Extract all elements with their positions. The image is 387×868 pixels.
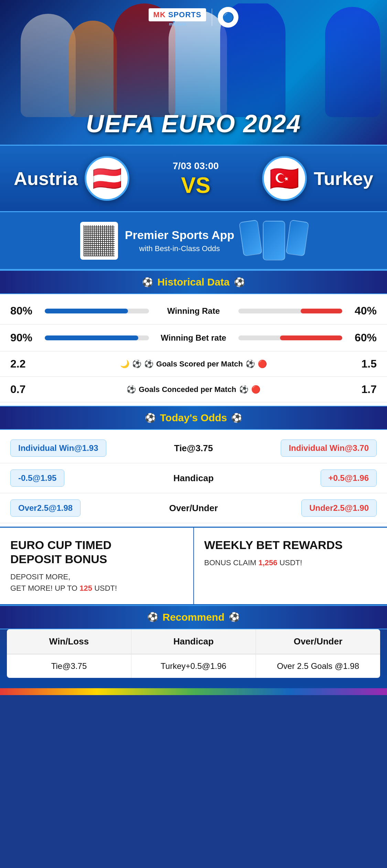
odds-left-1[interactable]: -0.5@1.95 bbox=[10, 469, 156, 487]
odds-center-1: Handicap bbox=[159, 473, 228, 484]
stat-row-bet-rate: 90% Winning Bet rate 60% bbox=[0, 324, 387, 351]
rec-col-overunder: Over/Under bbox=[256, 629, 380, 654]
brand-logo: MK SPORTS mk.com 🔵 bbox=[149, 7, 239, 28]
stat-label-1: Winning Bet rate bbox=[152, 333, 235, 343]
bonus-left-title: EURO CUP TIMEDDEPOSIT BONUS bbox=[10, 538, 183, 566]
hero-title: UEFA EURO 2024 bbox=[86, 110, 301, 138]
goals-scored-left: 2.2 bbox=[10, 358, 34, 370]
vs-block: 7/03 03:00 VS bbox=[173, 161, 219, 196]
goals-conceded-center: ⚽ Goals Conceded per Match ⚽ 🔴 bbox=[38, 385, 349, 394]
phone-mockup bbox=[241, 221, 307, 260]
team-left-flag: 🇦🇹 bbox=[85, 156, 129, 201]
odds-pill-left-1[interactable]: -0.5@1.95 bbox=[10, 469, 64, 487]
rec-soccer-icon-right: ⚽ bbox=[229, 612, 240, 622]
bonus-deposit: EURO CUP TIMEDDEPOSIT BONUS DEPOSIT MORE… bbox=[0, 528, 194, 604]
phone-1 bbox=[239, 220, 262, 257]
bonus-left-desc: DEPOSIT MORE, GET MORE! UP TO 125 USDT! bbox=[10, 571, 183, 594]
odds-title: Today's Odds bbox=[160, 412, 227, 424]
match-date: 7/03 03:00 bbox=[173, 161, 219, 172]
odds-pill-right-1[interactable]: +0.5@1.96 bbox=[321, 469, 377, 487]
odds-right-2[interactable]: Under2.5@1.90 bbox=[232, 499, 377, 517]
goals-conceded-label: Goals Conceded per Match bbox=[139, 385, 236, 394]
rec-cell-winloss: Tie@3.75 bbox=[7, 654, 131, 678]
stat-right-val-1: 60% bbox=[346, 331, 377, 344]
odds-row-1: -0.5@1.95 Handicap +0.5@1.96 bbox=[0, 463, 387, 493]
qr-pattern bbox=[84, 225, 115, 256]
ball-icon-5: ⚽ bbox=[239, 385, 248, 394]
goals-scored-label: Goals Scored per Match bbox=[156, 360, 243, 369]
bonus-amount: 125 bbox=[79, 584, 92, 592]
phone-2 bbox=[263, 221, 285, 260]
bonus-section: EURO CUP TIMEDDEPOSIT BONUS DEPOSIT MORE… bbox=[0, 527, 387, 605]
stat-left-val-1: 90% bbox=[10, 331, 41, 344]
odds-pill-right-2[interactable]: Under2.5@1.90 bbox=[301, 499, 377, 517]
stats-section: 80% Winning Rate 40% 90% Winning Bet rat… bbox=[0, 294, 387, 406]
bottom-color-bar bbox=[0, 688, 387, 695]
stat-bar-fill-0 bbox=[45, 309, 128, 313]
goals-conceded-right: 1.7 bbox=[353, 383, 377, 396]
stat-bar-right-1 bbox=[238, 335, 343, 340]
odds-right-0[interactable]: Individual Win@3.70 bbox=[232, 440, 377, 457]
odds-right-1[interactable]: +0.5@1.96 bbox=[232, 469, 377, 487]
promo-title: Premier Sports App bbox=[125, 228, 234, 242]
odds-left-2[interactable]: Over2.5@1.98 bbox=[10, 499, 156, 517]
phone-3 bbox=[286, 220, 309, 257]
rec-header-row: Win/Loss Handicap Over/Under bbox=[7, 629, 380, 654]
team-right-flag: 🇹🇷 bbox=[262, 156, 307, 201]
odds-center-2: Over/Under bbox=[159, 503, 228, 514]
stat-bar-fill-right-0 bbox=[301, 309, 342, 313]
bonus-right-title: WEEKLY BET REWARDS bbox=[204, 538, 377, 552]
goals-scored-center: 🌙 ⚽ ⚽ Goals Scored per Match ⚽ 🔴 bbox=[38, 360, 349, 369]
historical-title: Historical Data bbox=[157, 276, 229, 288]
goals-scored-row: 2.2 🌙 ⚽ ⚽ Goals Scored per Match ⚽ 🔴 1.5 bbox=[0, 351, 387, 377]
vs-text: VS bbox=[173, 174, 219, 196]
rec-cell-handicap: Turkey+0.5@1.96 bbox=[131, 654, 256, 678]
rec-col-winloss: Win/Loss bbox=[7, 629, 131, 654]
rec-cell-overunder: Over 2.5 Goals @1.98 bbox=[256, 654, 380, 678]
rec-body-row: Tie@3.75 Turkey+0.5@1.96 Over 2.5 Goals … bbox=[7, 654, 380, 678]
turkey-flag-emoji: 🇹🇷 bbox=[269, 164, 299, 193]
stat-bar-left-1 bbox=[45, 335, 149, 340]
stat-label-0: Winning Rate bbox=[152, 306, 235, 316]
goals-conceded-left: 0.7 bbox=[10, 383, 34, 396]
odds-row-0: Individual Win@1.93 Tie@3.75 Individual … bbox=[0, 433, 387, 463]
stat-bar-fill-1 bbox=[45, 335, 138, 340]
half-ball-icon: 🔴 bbox=[258, 360, 267, 369]
promo-text: Premier Sports App with Best-in-Class Od… bbox=[125, 228, 234, 253]
brand-url: mk.com bbox=[149, 21, 206, 27]
austria-flag-emoji: 🇦🇹 bbox=[92, 164, 122, 193]
team-right-name: Turkey bbox=[314, 168, 373, 189]
rec-soccer-icon-left: ⚽ bbox=[147, 612, 158, 622]
ball-icon-3: ⚽ bbox=[246, 360, 255, 369]
odds-pill-left-0[interactable]: Individual Win@1.93 bbox=[10, 440, 106, 457]
moon-icon: 🌙 bbox=[120, 360, 129, 369]
stat-bar-right-0 bbox=[238, 309, 343, 313]
historical-header: ⚽ Historical Data ⚽ bbox=[0, 270, 387, 294]
goals-conceded-row: 0.7 ⚽ Goals Conceded per Match ⚽ 🔴 1.7 bbox=[0, 377, 387, 402]
logo-divider bbox=[212, 9, 212, 26]
team-left-name: Austria bbox=[14, 168, 78, 189]
hero-section: MK SPORTS mk.com 🔵 UEFA EURO 2024 bbox=[0, 0, 387, 145]
odds-soccer-icon-left: ⚽ bbox=[145, 413, 156, 423]
bonus-right-desc: BONUS CLAIM 1,256 USDT! bbox=[204, 557, 377, 568]
odds-section: Individual Win@1.93 Tie@3.75 Individual … bbox=[0, 430, 387, 527]
bonus-weekly-amount: 1,256 bbox=[258, 558, 277, 567]
ball-icon-1: ⚽ bbox=[132, 360, 141, 369]
soccer-icon-left: ⚽ bbox=[142, 277, 153, 288]
club-badge: 🔵 bbox=[218, 7, 238, 28]
odds-center-0: Tie@3.75 bbox=[159, 443, 228, 454]
stat-bar-left-0 bbox=[45, 309, 149, 313]
bonus-weekly: WEEKLY BET REWARDS BONUS CLAIM 1,256 USD… bbox=[194, 528, 387, 604]
stat-row-winning-rate: 80% Winning Rate 40% bbox=[0, 298, 387, 324]
odds-left-0[interactable]: Individual Win@1.93 bbox=[10, 440, 156, 457]
stat-left-val-0: 80% bbox=[10, 304, 41, 317]
odds-soccer-icon-right: ⚽ bbox=[231, 413, 242, 423]
mk-sports-text: MK SPORTS bbox=[149, 8, 206, 21]
odds-pill-left-2[interactable]: Over2.5@1.98 bbox=[10, 499, 80, 517]
odds-pill-right-0[interactable]: Individual Win@3.70 bbox=[281, 440, 377, 457]
odds-row-2: Over2.5@1.98 Over/Under Under2.5@1.90 bbox=[0, 493, 387, 523]
match-section: Austria 🇦🇹 7/03 03:00 VS 🇹🇷 Turkey bbox=[0, 145, 387, 212]
promo-section: Premier Sports App with Best-in-Class Od… bbox=[0, 212, 387, 270]
promo-subtitle: with Best-in-Class Odds bbox=[125, 244, 234, 253]
ball-icon-6: 🔴 bbox=[251, 385, 260, 394]
